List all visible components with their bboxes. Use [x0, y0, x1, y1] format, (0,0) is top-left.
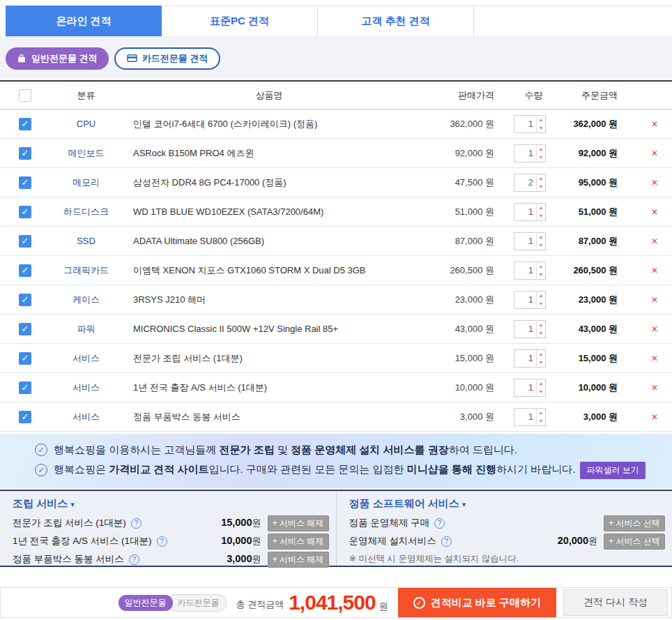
assembly-service-panel: 조립 서비스▾ 전문가 조립 서비스 (1대분) ? 15,000원 + 서비스… [0, 491, 337, 566]
row-delete-button[interactable]: ✕ [637, 383, 672, 393]
row-checkbox[interactable]: ✓ [19, 381, 31, 394]
quantity-value[interactable]: 1 [514, 321, 536, 338]
quantity-value[interactable]: 1 [514, 409, 536, 425]
row-product-name: ADATA Ultimate SU800 (256GB) [133, 236, 411, 246]
quantity-stepper[interactable]: 1 ▲ ▼ [514, 291, 546, 309]
row-delete-button[interactable]: ✕ [637, 178, 672, 188]
quantity-stepper[interactable]: 1 ▲ ▼ [514, 408, 546, 426]
select-all-checkbox[interactable] [19, 89, 31, 102]
quantity-stepper[interactable]: 1 ▲ ▼ [514, 349, 546, 368]
quantity-up-icon[interactable]: ▲ [537, 262, 545, 271]
service-select-button[interactable]: + 서비스 선택 [604, 534, 665, 550]
quantity-up-icon[interactable]: ▲ [537, 321, 545, 329]
help-icon[interactable]: ? [441, 536, 452, 547]
service-select-button[interactable]: + 서비스 선택 [604, 515, 665, 531]
row-checkbox[interactable]: ✓ [19, 323, 31, 335]
quantity-value[interactable]: 1 [514, 262, 536, 279]
quantity-value[interactable]: 1 [514, 204, 536, 220]
notice-line-1-text: 행복쇼핑을 이용하시는 고객님들께 전문가 조립 및 정품 운영체제 설치 서비… [54, 444, 517, 457]
quantity-down-icon[interactable]: ▼ [537, 417, 545, 425]
quantity-value[interactable]: 1 [514, 292, 536, 308]
row-delete-button[interactable]: ✕ [637, 119, 672, 129]
quantity-up-icon[interactable]: ▲ [537, 350, 545, 358]
quantity-value[interactable]: 1 [514, 145, 536, 162]
quantity-stepper[interactable]: 1 ▲ ▼ [514, 203, 546, 221]
quantity-down-icon[interactable]: ▼ [537, 241, 545, 250]
quantity-down-icon[interactable]: ▼ [537, 212, 545, 220]
table-row: ✓ 케이스 3RSYS J210 해머 23,000 원 1 ▲ ▼ 23,00… [0, 285, 672, 315]
table-row: ✓ 그래픽카드 이엠텍 XENON 지포스 GTX1060 STORM X Du… [0, 256, 672, 285]
row-delete-button[interactable]: ✕ [637, 266, 672, 275]
row-delete-button[interactable]: ✕ [637, 149, 672, 158]
quantity-up-icon[interactable]: ▲ [537, 204, 545, 212]
assembly-panel-title[interactable]: 조립 서비스▾ [13, 497, 329, 511]
help-icon[interactable]: ? [131, 518, 142, 529]
help-icon[interactable]: ? [129, 554, 139, 565]
quantity-stepper[interactable]: 2 ▲ ▼ [514, 174, 546, 192]
quantity-up-icon[interactable]: ▲ [537, 174, 545, 183]
row-checkbox[interactable]: ✓ [19, 118, 31, 130]
tab-standard-pc-quote[interactable]: 표준PC 견적 [162, 6, 318, 36]
rewrite-quote-button[interactable]: 견적 다시 작성 [563, 589, 668, 616]
row-checkbox[interactable]: ✓ [19, 411, 31, 423]
row-delete-button[interactable]: ✕ [637, 324, 672, 334]
quantity-value[interactable]: 1 [514, 116, 536, 133]
tab-customer-recommended-quote[interactable]: 고객 추천 견적 [318, 6, 474, 36]
service-item-price: 15,000원 [195, 517, 261, 529]
quantity-up-icon[interactable]: ▲ [537, 233, 545, 241]
quantity-value[interactable]: 1 [514, 350, 536, 367]
quantity-up-icon[interactable]: ▲ [537, 145, 545, 153]
service-remove-button[interactable]: + 서비스 해제 [268, 515, 329, 531]
quantity-down-icon[interactable]: ▼ [537, 271, 545, 279]
row-checkbox[interactable]: ✓ [19, 206, 31, 218]
quantity-down-icon[interactable]: ▼ [537, 124, 545, 133]
row-checkbox[interactable]: ✓ [19, 176, 31, 189]
tab-online-quote[interactable]: 온라인 견적 [6, 6, 162, 36]
summary-pill-card-mall[interactable]: 카드전문몰 [168, 594, 227, 612]
quantity-stepper[interactable]: 1 ▲ ▼ [514, 320, 546, 338]
row-product-name: 이엠텍 XENON 지포스 GTX1060 STORM X Dual D5 3G… [133, 264, 411, 277]
row-checkbox[interactable]: ✓ [19, 294, 31, 306]
row-checkbox[interactable]: ✓ [19, 147, 31, 160]
quantity-stepper[interactable]: 1 ▲ ▼ [514, 232, 546, 250]
quantity-down-icon[interactable]: ▼ [537, 329, 545, 338]
chevron-down-icon: ▾ [70, 500, 75, 508]
quantity-value[interactable]: 1 [514, 233, 536, 250]
quantity-down-icon[interactable]: ▼ [537, 300, 545, 308]
row-checkbox[interactable]: ✓ [19, 235, 31, 248]
service-remove-button[interactable]: + 서비스 해제 [268, 552, 329, 568]
summary-pill-general-mall[interactable]: 일반전문몰 [119, 595, 173, 611]
row-delete-button[interactable]: ✕ [637, 295, 672, 305]
quote-table: 분류 상품명 판매가격 수량 주문금액 ✓ CPU 인텔 코어i7-6세대 67… [0, 80, 672, 432]
quantity-up-icon[interactable]: ▲ [537, 409, 545, 417]
general-mall-quote-button[interactable]: 일반전문몰 견적 [6, 47, 109, 70]
row-delete-button[interactable]: ✕ [637, 207, 672, 217]
quantity-stepper[interactable]: 1 ▲ ▼ [514, 115, 546, 133]
compare-and-purchase-button[interactable]: ✓ 견적비교 바로 구매하기 [398, 588, 556, 617]
help-icon[interactable]: ? [434, 518, 445, 529]
quantity-up-icon[interactable]: ▲ [537, 116, 545, 124]
chevron-down-icon: ▾ [462, 500, 466, 508]
quantity-down-icon[interactable]: ▼ [537, 358, 545, 367]
quantity-stepper[interactable]: 1 ▲ ▼ [514, 379, 546, 397]
row-delete-button[interactable]: ✕ [637, 236, 672, 246]
quantity-up-icon[interactable]: ▲ [537, 379, 545, 388]
quantity-down-icon[interactable]: ▼ [537, 183, 545, 191]
quantity-stepper[interactable]: 1 ▲ ▼ [514, 262, 546, 280]
power-seller-button[interactable]: 파워셀러 보기 [580, 462, 645, 479]
quantity-down-icon[interactable]: ▼ [537, 388, 545, 396]
software-panel-title[interactable]: 정품 소프트웨어 서비스▾ [349, 497, 666, 511]
quantity-value[interactable]: 1 [514, 379, 536, 396]
service-remove-button[interactable]: + 서비스 해제 [268, 534, 329, 550]
help-icon[interactable]: ? [157, 536, 167, 547]
row-delete-button[interactable]: ✕ [637, 412, 672, 422]
row-delete-button[interactable]: ✕ [637, 354, 672, 363]
service-item-price: 20,000원 [531, 535, 597, 547]
quantity-value[interactable]: 2 [514, 174, 536, 191]
quantity-down-icon[interactable]: ▼ [537, 153, 545, 162]
quantity-up-icon[interactable]: ▲ [537, 292, 545, 300]
quantity-stepper[interactable]: 1 ▲ ▼ [514, 144, 546, 162]
card-mall-quote-button[interactable]: 카드전문몰 견적 [114, 47, 221, 70]
row-checkbox[interactable]: ✓ [19, 352, 31, 365]
row-checkbox[interactable]: ✓ [19, 264, 31, 277]
